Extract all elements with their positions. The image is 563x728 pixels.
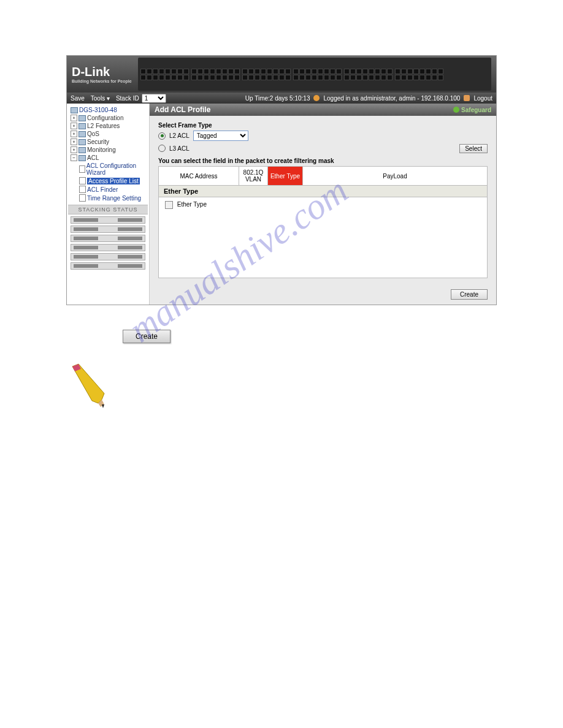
expand-icon[interactable]: + [71,131,77,137]
page-icon [79,186,86,193]
safeguard-icon [453,107,459,113]
tree-l2-features[interactable]: +L2 Features [68,122,148,130]
ether-type-checkbox-label: Ether Type [177,201,207,208]
expand-icon[interactable]: + [71,123,77,129]
device-header: D-Link Building Networks for People [67,56,496,93]
user-icon [313,95,320,101]
folder-icon [79,139,86,145]
stack-unit[interactable] [71,216,145,224]
pane-title-bar: Add ACL Profile Safeguard [150,104,496,116]
tab-mac-address[interactable]: MAC Address [159,167,239,185]
menu-bar: Save Tools ▾ Stack ID 1 Up Time:2 days 5… [67,93,496,104]
select-button[interactable]: Select [459,144,488,153]
brand-logo: D-Link Building Networks for People [72,65,132,83]
tree-acl-finder[interactable]: ACL Finder [77,185,148,194]
tree-access-profile-list[interactable]: Access Profile List [77,176,148,185]
device-icon [71,107,78,113]
page-icon [79,177,86,184]
folder-icon [79,115,86,121]
collapse-icon[interactable]: − [71,154,77,161]
safeguard-badge: Safeguard [453,107,491,113]
create-button[interactable]: Create [451,289,488,300]
standalone-create-button[interactable]: Create [123,330,170,343]
main-content: Add ACL Profile Safeguard Select Frame T… [150,104,496,305]
stack-id-select[interactable]: 1 [142,94,166,103]
pencil-icon [67,362,110,411]
tab-payload[interactable]: PayLoad [303,167,487,185]
app-window: D-Link Building Networks for People Save… [66,55,497,305]
hint-text: You can select the field in the packet t… [158,157,488,164]
expand-icon[interactable]: + [71,146,77,153]
uptime-text: Up Time:2 days 5:10:13 [245,95,310,102]
tree-qos[interactable]: +QoS [68,130,148,138]
logout-icon [464,95,470,101]
svg-marker-3 [102,404,104,408]
tree-acl[interactable]: −ACL [68,154,148,162]
tree-root-device[interactable]: DGS-3100-48 [68,106,148,114]
logo-tagline: Building Networks for People [72,79,132,83]
save-button[interactable]: Save [71,95,85,102]
field-header: Ether Type [159,186,487,197]
folder-icon [79,131,86,137]
tree-acl-wizard[interactable]: ACL Configuration Wizard [77,162,148,176]
tree-monitoring[interactable]: +Monitoring [68,146,148,154]
folder-icon [79,147,86,153]
pane-title: Add ACL Profile [155,105,210,114]
stack-id-label: Stack ID [116,95,139,102]
stack-unit[interactable] [71,226,145,233]
field-config-box: Ether Type Ether Type [158,186,488,278]
l2-acl-radio[interactable] [158,132,166,140]
logo-text: D-Link [72,65,132,79]
tab-vlan[interactable]: 802.1Q VLAN [239,167,268,185]
tools-menu[interactable]: Tools ▾ [91,95,110,102]
field-tabs: MAC Address 802.1Q VLAN Ether Type PayLo… [158,166,488,186]
folder-icon [79,123,86,129]
navigation-sidebar: DGS-3100-48 +Configuration +L2 Features … [67,104,150,305]
stacking-status-header: STACKING STATUS [68,205,148,214]
switch-port-panel [138,58,491,91]
tab-ether-type[interactable]: Ether Type [268,167,303,185]
page-icon [79,165,85,173]
tree-security[interactable]: +Security [68,138,148,146]
login-info: Logged in as administrator, admin - 192.… [323,95,460,102]
stack-unit[interactable] [71,253,145,260]
tree-configuration[interactable]: +Configuration [68,114,148,122]
l3-acl-radio[interactable] [158,145,166,152]
folder-icon [79,155,86,161]
stack-unit[interactable] [71,235,145,242]
expand-icon[interactable]: + [71,138,77,145]
tree-time-range[interactable]: Time Range Setting [77,194,148,202]
frame-type-select[interactable]: Tagged [193,131,248,141]
stack-unit[interactable] [71,262,145,270]
expand-icon[interactable]: + [71,115,77,121]
device-label: DGS-3100-48 [79,107,117,113]
l2-acl-label: L2 ACL [169,132,190,139]
l3-acl-label: L3 ACL [169,145,190,152]
stack-unit[interactable] [71,244,145,251]
page-icon [79,194,86,202]
logout-link[interactable]: Logout [473,95,492,102]
ether-type-checkbox[interactable] [165,201,173,209]
select-frame-type-label: Select Frame Type [158,122,488,129]
